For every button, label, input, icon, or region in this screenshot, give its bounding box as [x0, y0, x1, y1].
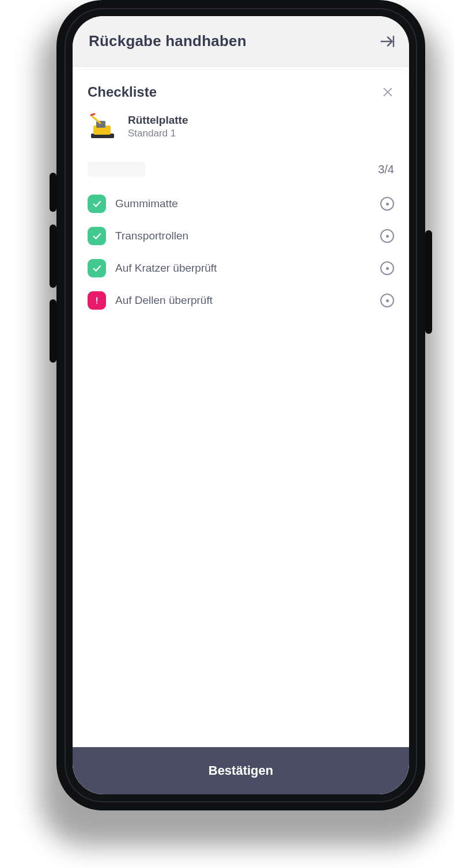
- checklist-item-label: Auf Kratzer überprüft: [115, 262, 371, 275]
- check-icon: [88, 259, 106, 277]
- product-row: Rüttelplatte Standard 1: [73, 106, 409, 146]
- phone-power-button: [425, 230, 432, 334]
- checklist-item-label: Gummimatte: [115, 197, 371, 210]
- sheet-title: Checkliste: [88, 84, 381, 100]
- svg-line-8: [91, 114, 94, 115]
- progress-count: 3/4: [378, 163, 394, 176]
- close-icon[interactable]: [381, 86, 394, 98]
- product-subtitle: Standard 1: [128, 128, 188, 139]
- checklist-item[interactable]: Auf Kratzer überprüft: [81, 252, 401, 284]
- item-options-icon[interactable]: [380, 229, 394, 243]
- checklist-item[interactable]: Gummimatte: [81, 188, 401, 220]
- alert-icon: [88, 291, 106, 310]
- progress-placeholder: [88, 162, 145, 177]
- checklist-item-label: Auf Dellen überprüft: [115, 294, 371, 307]
- phone-frame: Rückgabe handhaben Checkliste: [56, 0, 425, 810]
- checklist-item-label: Transportrollen: [115, 230, 371, 242]
- item-options-icon[interactable]: [380, 197, 394, 211]
- appbar: Rückgabe handhaben: [73, 16, 409, 67]
- item-options-icon[interactable]: [380, 261, 394, 275]
- screen: Rückgabe handhaben Checkliste: [73, 16, 409, 794]
- check-icon: [88, 227, 106, 245]
- checklist-item[interactable]: Auf Dellen überprüft: [81, 284, 401, 317]
- check-icon: [88, 195, 106, 213]
- phone-volume-up-button: [50, 224, 56, 288]
- item-options-icon[interactable]: [380, 294, 394, 307]
- sheet: Checkliste: [73, 70, 409, 794]
- confirm-label: Bestätigen: [209, 763, 273, 778]
- product-thumb: [88, 111, 120, 143]
- product-name: Rüttelplatte: [128, 114, 188, 127]
- checklist-item[interactable]: Transportrollen: [81, 220, 401, 252]
- confirm-button[interactable]: Bestätigen: [73, 747, 409, 794]
- phone-volume-down-button: [50, 299, 56, 363]
- phone-side-button: [50, 173, 56, 212]
- collapse-right-icon[interactable]: [379, 33, 396, 50]
- page-title: Rückgabe handhaben: [89, 32, 379, 50]
- checklist: GummimatteTransportrollenAuf Kratzer übe…: [73, 185, 409, 317]
